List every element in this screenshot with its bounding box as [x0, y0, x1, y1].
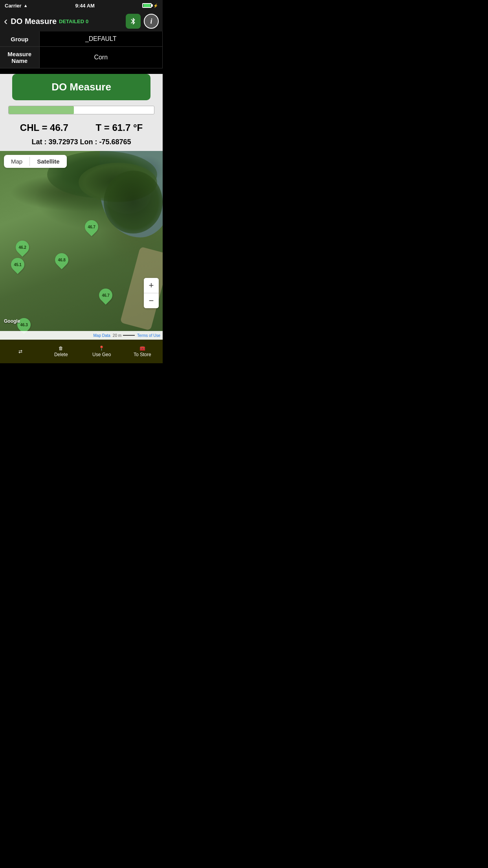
status-time: 9:44 AM: [75, 3, 95, 9]
lon-value: -75.68765: [99, 138, 131, 146]
lat-label: Lat :: [31, 138, 46, 146]
group-value: _DEFAULT: [39, 31, 163, 47]
count-badge: 0: [86, 18, 88, 24]
group-row: Group _DEFAULT: [0, 31, 163, 47]
info-button[interactable]: i: [144, 14, 159, 29]
zoom-out-button[interactable]: −: [144, 293, 159, 308]
scale-bar: 20 m: [113, 333, 135, 338]
detailed-badge: DETAILED: [59, 18, 84, 24]
map-attribution: Map Data 20 m Terms of Use: [0, 331, 163, 340]
marker-value-3: 45.1: [14, 263, 21, 267]
marker-value-6: 46.3: [20, 323, 28, 327]
charging-icon: ⚡: [153, 4, 158, 8]
status-left: Carrier ▲: [5, 3, 28, 9]
marker-value-1: 46.7: [88, 225, 95, 229]
status-bar: Carrier ▲ 9:44 AM ⚡: [0, 0, 163, 11]
bottom-toolbar: ⇄ 🗑 Delete 📍 Use Geo 🧰 To Store: [0, 340, 163, 363]
lat-value: 39.72973: [48, 138, 78, 146]
measure-name-value: Corn: [39, 47, 163, 68]
map-container[interactable]: Map Satellite 46.7 46.2 45.1 46.8 46.7 4…: [0, 151, 163, 340]
delete-label: Delete: [54, 352, 68, 357]
status-right: ⚡: [142, 3, 158, 8]
store-icon: 🧰: [139, 346, 145, 351]
satellite-view-button[interactable]: Satellite: [30, 155, 67, 168]
page-title: DO Measure: [11, 17, 57, 26]
zoom-in-button[interactable]: +: [144, 278, 159, 293]
battery-fill: [143, 4, 150, 7]
nav-bar: ‹ DO Measure DETAILED 0 i: [0, 11, 163, 31]
terms-link[interactable]: Terms of Use: [137, 333, 160, 338]
temp-value: T = 61.7 °F: [96, 122, 143, 133]
carrier-label: Carrier: [5, 3, 22, 9]
battery-icon: [142, 3, 152, 8]
main-content: DO Measure CHL = 46.7 T = 61.7 °F Lat : …: [0, 74, 163, 340]
map-view-button[interactable]: Map: [4, 155, 29, 168]
lon-label: Lon :: [80, 138, 97, 146]
swap-icon: ⇄: [18, 349, 22, 354]
map-type-toggle[interactable]: Map Satellite: [4, 155, 67, 168]
wifi-icon: ▲: [24, 3, 28, 8]
measure-name-row: Measure Name Corn: [0, 47, 163, 68]
progress-bar-container: [8, 106, 155, 114]
marker-value-5: 46.7: [102, 293, 109, 298]
readings-panel: CHL = 46.7 T = 61.7 °F: [0, 119, 163, 136]
to-store-button[interactable]: 🧰 To Store: [122, 340, 163, 363]
chl-value: CHL = 46.7: [20, 122, 68, 133]
use-geo-button[interactable]: 📍 Use Geo: [81, 340, 122, 363]
marker-value-2: 46.2: [18, 245, 26, 250]
google-brand: Google: [4, 318, 20, 324]
swap-button[interactable]: ⇄: [0, 340, 41, 363]
coordinates-display: Lat : 39.72973 Lon : -75.68765: [0, 136, 163, 151]
temp-reading: T = 61.7 °F: [96, 122, 143, 133]
use-geo-label: Use Geo: [92, 352, 111, 357]
progress-fill: [9, 106, 74, 114]
bluetooth-button[interactable]: [126, 14, 141, 29]
to-store-label: To Store: [134, 352, 151, 357]
scale-label: 20 m: [113, 333, 121, 338]
map-data-link[interactable]: Map Data: [94, 333, 110, 338]
delete-button[interactable]: 🗑 Delete: [41, 340, 82, 363]
zoom-controls: + −: [144, 278, 159, 308]
back-button[interactable]: ‹: [4, 15, 7, 28]
measure-name-label: Measure Name: [0, 47, 39, 68]
marker-value-4: 46.8: [58, 258, 65, 262]
tree-cluster-3: [104, 171, 163, 234]
data-table: Group _DEFAULT Measure Name Corn: [0, 31, 163, 68]
location-icon: 📍: [99, 346, 105, 351]
nav-icons: i: [126, 14, 159, 29]
group-label: Group: [0, 31, 39, 47]
do-measure-button[interactable]: DO Measure: [12, 74, 150, 100]
info-icon: i: [150, 17, 152, 26]
chl-reading: CHL = 46.7: [20, 122, 68, 133]
delete-icon: 🗑: [59, 346, 63, 351]
